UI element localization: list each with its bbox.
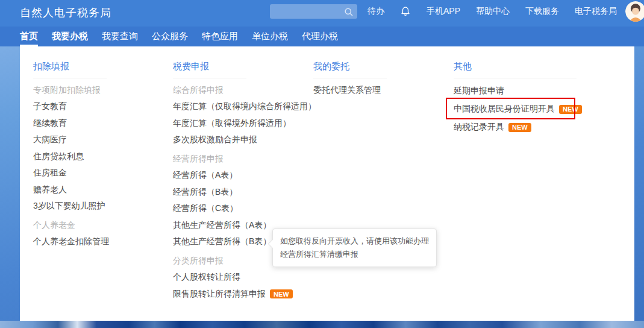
new-badge: NEW <box>270 289 293 298</box>
menu-item[interactable]: 年度汇算（取得境外所得适用） <box>173 115 316 132</box>
todo-link[interactable]: 待办 <box>367 6 384 17</box>
menu-item[interactable]: 委托代理关系管理 <box>313 82 387 99</box>
page: 自然人电子税务局 待办 手机APP 帮助中心 下载服务 电子税务局 <box>0 0 644 328</box>
menu-item[interactable]: 住房租金 <box>33 165 109 182</box>
background-mountains-image <box>0 321 644 328</box>
search-input[interactable] <box>270 4 357 19</box>
menu-item-label: 其他生产经营所得（B表） <box>173 236 271 247</box>
tab-tax-filing[interactable]: 我要办税 <box>52 27 88 46</box>
menu-item[interactable]: 子女教育 <box>33 99 109 116</box>
menu-column-deductions: 扣除填报 专项附加扣除填报 子女教育 继续教育 大病医疗 住房贷款利息 住房租金… <box>33 61 109 250</box>
tooltip-line: 如您取得反向开票收入，请使用该功能办理 <box>280 235 429 248</box>
menu-item[interactable]: 多次股权激励合并申报 <box>173 132 316 149</box>
menu-item[interactable]: 限售股转让所得清算申报 NEW <box>173 286 316 303</box>
divider <box>313 78 387 78</box>
menu-column-my-delegation: 我的委托 委托代理关系管理 <box>313 61 387 99</box>
divider <box>33 78 107 78</box>
menu-group-header: 经营所得申报 <box>173 151 316 168</box>
menu-item[interactable]: 赡养老人 <box>33 181 109 198</box>
app-logo: 自然人电子税务局 <box>20 5 111 20</box>
divider <box>173 78 246 78</box>
tooltip: 如您取得反向开票收入，请使用该功能办理 经营所得汇算清缴申报 <box>272 229 437 267</box>
menu-group-header: 个人养老金 <box>33 217 109 234</box>
tab-company-tax[interactable]: 单位办税 <box>252 27 288 46</box>
avatar[interactable] <box>625 1 644 22</box>
menu-group-header: 专项附加扣除填报 <box>33 82 109 99</box>
menu-item-tax-residency-certificate[interactable]: 中国税收居民身份证明开具 NEW <box>454 100 582 118</box>
menu-column-other: 其他 延期申报申请 中国税收居民身份证明开具 NEW 纳税记录开具 NEW <box>454 61 582 136</box>
new-badge: NEW <box>559 105 582 114</box>
top-bar-right: 待办 手机APP 帮助中心 下载服务 电子税务局 <box>270 0 644 23</box>
etax-bureau-link[interactable]: 电子税务局 <box>575 6 617 17</box>
top-bar: 自然人电子税务局 待办 手机APP 帮助中心 下载服务 电子税务局 <box>0 0 644 27</box>
help-center-link[interactable]: 帮助中心 <box>476 6 510 17</box>
new-badge: NEW <box>508 123 531 132</box>
menu-item[interactable]: 纳税记录开具 NEW <box>454 118 582 136</box>
menu-item[interactable]: 经营所得（B表） <box>173 184 316 201</box>
main-nav: 首页 我要办税 我要查询 公众服务 特色应用 单位办税 代理办税 <box>0 27 644 46</box>
notification-bell-icon[interactable] <box>400 6 411 17</box>
tab-public-service[interactable]: 公众服务 <box>152 27 188 46</box>
menu-item[interactable]: 个人养老金扣除管理 <box>33 234 109 251</box>
menu-group-header: 综合所得申报 <box>173 82 316 99</box>
mega-menu-panel: 扣除填报 专项附加扣除填报 子女教育 继续教育 大病医疗 住房贷款利息 住房租金… <box>20 46 634 321</box>
menu-item-label: 限售股转让所得清算申报 <box>173 289 266 300</box>
menu-item[interactable]: 继续教育 <box>33 115 109 132</box>
menu-item-label: 纳税记录开具 <box>454 122 504 133</box>
tab-featured-apps[interactable]: 特色应用 <box>202 27 238 46</box>
menu-item[interactable]: 大病医疗 <box>33 132 109 149</box>
menu-column-title: 税费申报 <box>173 61 316 72</box>
menu-item[interactable]: 经营所得（C表） <box>173 201 316 218</box>
download-service-link[interactable]: 下载服务 <box>525 6 559 17</box>
divider <box>454 78 577 78</box>
menu-item-label: 中国税收居民身份证明开具 <box>454 104 555 115</box>
menu-item[interactable]: 3岁以下婴幼儿照护 <box>33 198 109 215</box>
tooltip-line: 经营所得汇算清缴申报 <box>280 248 429 261</box>
menu-item[interactable]: 住房贷款利息 <box>33 148 109 165</box>
menu-item[interactable]: 延期申报申请 <box>454 82 582 100</box>
menu-column-title: 其他 <box>454 61 582 72</box>
menu-item[interactable]: 年度汇算（仅取得境内综合所得适用） <box>173 99 316 116</box>
tab-agent-tax[interactable]: 代理办税 <box>302 27 338 46</box>
mobile-app-link[interactable]: 手机APP <box>427 6 460 17</box>
menu-item[interactable]: 经营所得（A表） <box>173 168 316 184</box>
tab-inquiry[interactable]: 我要查询 <box>102 27 138 46</box>
menu-item[interactable]: 个人股权转让所得 <box>173 270 316 286</box>
menu-column-title: 扣除填报 <box>33 61 109 72</box>
menu-column-title: 我的委托 <box>313 61 387 72</box>
tab-home[interactable]: 首页 <box>20 27 38 46</box>
